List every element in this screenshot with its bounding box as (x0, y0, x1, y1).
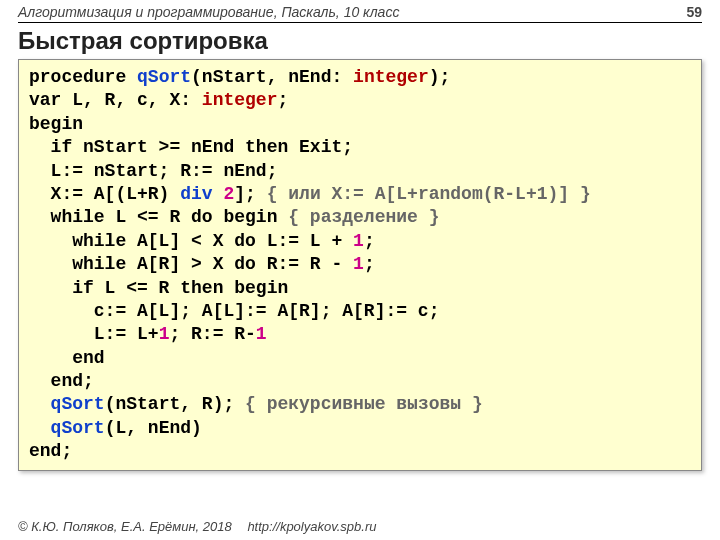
code-token: c:= A[L]; A[L]:= A[R]; A[R]:= c; (29, 301, 439, 321)
code-token: 1 (353, 254, 364, 274)
code-token: while A[L] < X do L:= L + (29, 231, 353, 251)
code-token: L:= L+ (29, 324, 159, 344)
code-token: 1 (159, 324, 170, 344)
code-token: integer (353, 67, 429, 87)
code-token: qSort (137, 67, 191, 87)
code-comment: { или X:= A[L+random(R-L+1)] } (267, 184, 591, 204)
code-token: ; (364, 231, 375, 251)
code-listing: procedure qSort(nStart, nEnd: integer); … (18, 59, 702, 471)
slide-header: Алгоритмизация и программирование, Паска… (0, 0, 720, 20)
code-token: while L <= R do begin (29, 207, 288, 227)
code-comment: { разделение } (288, 207, 439, 227)
code-token: ; R:= R- (169, 324, 255, 344)
code-token: ; (277, 90, 288, 110)
slide-footer: © К.Ю. Поляков, Е.А. Ерёмин, 2018 http:/… (18, 519, 376, 534)
code-token (29, 418, 51, 438)
slide-title: Быстрая сортировка (0, 23, 720, 57)
code-token: end; (29, 441, 72, 461)
code-token: (L, nEnd) (105, 418, 202, 438)
code-token: qSort (51, 394, 105, 414)
code-token: ); (429, 67, 451, 87)
code-token: procedure (29, 67, 137, 87)
code-token: ]; (234, 184, 266, 204)
code-token: X:= A[(L+R) (29, 184, 180, 204)
code-token: 1 (353, 231, 364, 251)
footer-url: http://kpolyakov.spb.ru (247, 519, 376, 534)
code-token: 2 (223, 184, 234, 204)
code-token: 1 (256, 324, 267, 344)
subject-line: Алгоритмизация и программирование, Паска… (18, 4, 399, 20)
code-token: if L <= R then begin (29, 278, 288, 298)
code-token (29, 394, 51, 414)
code-token: L:= nStart; R:= nEnd; (29, 161, 277, 181)
code-token: begin (29, 114, 83, 134)
code-token: (nStart, R); (105, 394, 245, 414)
code-token: var L, R, c, X: (29, 90, 202, 110)
code-token: qSort (51, 418, 105, 438)
code-comment: { рекурсивные вызовы } (245, 394, 483, 414)
code-token: while A[R] > X do R:= R - (29, 254, 353, 274)
code-token: div (180, 184, 223, 204)
code-token: end; (29, 371, 94, 391)
page-number: 59 (686, 4, 702, 20)
code-token: if nStart >= nEnd then Exit; (29, 137, 353, 157)
code-token: (nStart, nEnd: (191, 67, 353, 87)
code-token: ; (364, 254, 375, 274)
code-token: end (29, 348, 105, 368)
code-token: integer (202, 90, 278, 110)
copyright-text: © К.Ю. Поляков, Е.А. Ерёмин, 2018 (18, 519, 232, 534)
